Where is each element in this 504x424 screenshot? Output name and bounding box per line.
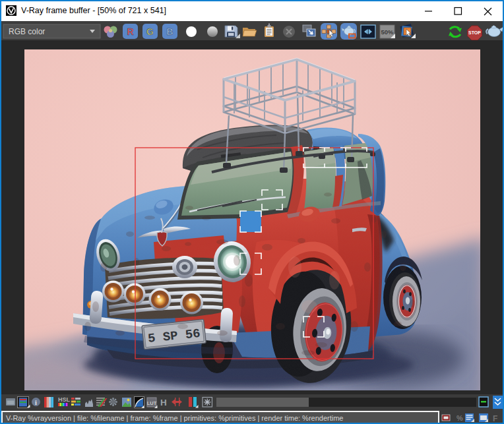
- svg-text:STOP: STOP: [468, 30, 481, 35]
- svg-text:G: G: [146, 26, 154, 37]
- svg-text:i: i: [35, 399, 37, 406]
- svg-text:H: H: [160, 398, 167, 408]
- svg-text:LUT: LUT: [147, 400, 157, 406]
- svg-text:%: %: [457, 414, 463, 422]
- svg-text:RGB color: RGB color: [9, 27, 45, 36]
- svg-text:B: B: [166, 26, 173, 37]
- svg-text:F: F: [493, 414, 497, 423]
- svg-text:R: R: [127, 26, 133, 37]
- svg-text:50%: 50%: [381, 28, 394, 36]
- svg-text:HSL: HSL: [58, 396, 71, 403]
- svg-text:V-Ray %vrayversion | file: %fi: V-Ray %vrayversion | file: %filename | f…: [6, 414, 343, 422]
